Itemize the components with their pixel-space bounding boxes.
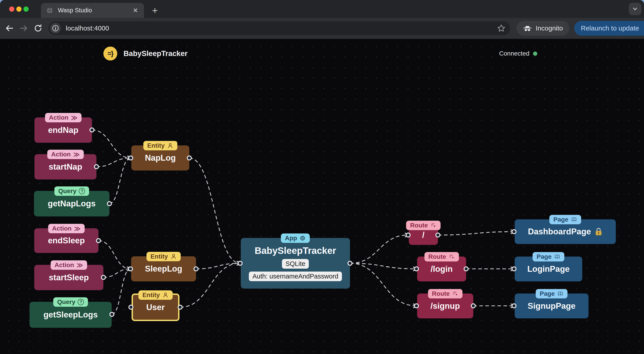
node-endNap[interactable]: Action≫ endNap bbox=[34, 117, 92, 143]
back-arrow-icon bbox=[5, 24, 14, 33]
node-label: startSleep bbox=[49, 273, 89, 282]
relaunch-to-update-button[interactable]: Relaunch to update bbox=[574, 21, 644, 36]
site-info-button[interactable] bbox=[50, 23, 61, 34]
node-app-BabySleepTracker[interactable]: App BabySleepTracker SQLite Auth: userna… bbox=[241, 238, 350, 289]
badge-label: Route bbox=[432, 290, 450, 297]
action-chevrons-icon: ≫ bbox=[74, 225, 80, 232]
port-User-in[interactable] bbox=[128, 305, 133, 310]
port-route-root-in[interactable] bbox=[406, 233, 410, 238]
node-label: DashboardPage bbox=[528, 227, 602, 236]
maximize-window-traffic-light[interactable] bbox=[24, 7, 29, 12]
node-User[interactable]: Entity User bbox=[132, 293, 180, 321]
node-LoginPage[interactable]: Page LoginPage bbox=[515, 257, 582, 281]
badge-label: Page bbox=[553, 216, 568, 223]
minimize-window-traffic-light[interactable] bbox=[16, 7, 22, 12]
close-window-traffic-light[interactable] bbox=[9, 7, 14, 12]
url-bar[interactable]: localhost:4000 bbox=[48, 21, 510, 35]
tab-search-chevron-button[interactable] bbox=[629, 3, 641, 15]
app-badge: App bbox=[281, 234, 310, 243]
wasp-studio-canvas[interactable]: =} BabySleepTracker Connected bbox=[0, 39, 644, 354]
port-app-in[interactable] bbox=[238, 261, 242, 266]
badge-label: Entity bbox=[147, 142, 165, 149]
port-endSleep-out[interactable] bbox=[96, 238, 101, 243]
port-LoginPage-in[interactable] bbox=[512, 266, 516, 271]
port-getNapLogs-out[interactable] bbox=[107, 201, 112, 206]
edge-startSleep-SleepLog bbox=[104, 269, 130, 277]
node-label: startNap bbox=[48, 162, 82, 172]
node-label: User bbox=[146, 303, 165, 312]
node-SignupPage[interactable]: Page SignupPage bbox=[515, 293, 588, 318]
reload-button[interactable] bbox=[31, 21, 45, 35]
port-endNap-out[interactable] bbox=[90, 127, 94, 132]
page-badge: Page bbox=[536, 289, 568, 298]
badge-label: Action bbox=[51, 151, 71, 158]
action-chevrons-icon: ≫ bbox=[71, 114, 78, 121]
edge-App-RouteSignup bbox=[350, 263, 416, 306]
forward-button[interactable] bbox=[16, 21, 31, 35]
badge-label: Action bbox=[52, 225, 72, 232]
port-route-signup-in[interactable] bbox=[414, 303, 419, 308]
port-DashboardPage-in[interactable] bbox=[512, 229, 516, 234]
port-NapLog-out[interactable] bbox=[187, 155, 192, 160]
port-app-out[interactable] bbox=[348, 261, 352, 266]
query-badge: Query? bbox=[53, 297, 88, 307]
reload-icon bbox=[34, 24, 42, 33]
close-tab-icon[interactable]: ✕ bbox=[132, 7, 139, 14]
port-NapLog-in[interactable] bbox=[128, 155, 133, 160]
new-tab-button[interactable]: + bbox=[148, 4, 161, 17]
action-badge: Action≫ bbox=[50, 260, 87, 270]
back-button[interactable] bbox=[2, 21, 16, 35]
node-getNapLogs[interactable]: Query? getNapLogs bbox=[34, 191, 110, 217]
badge-label: Page bbox=[540, 290, 555, 297]
node-label: SignupPage bbox=[528, 301, 576, 311]
node-getSleepLogs[interactable]: Query? getSleepLogs bbox=[30, 302, 112, 328]
edge-App-RouteRoot bbox=[350, 235, 408, 263]
node-route-root[interactable]: Route / bbox=[409, 225, 438, 245]
incognito-label: Incognito bbox=[536, 25, 563, 32]
node-SleepLog[interactable]: Entity SleepLog bbox=[131, 256, 196, 281]
port-startNap-out[interactable] bbox=[94, 164, 99, 169]
url-text: localhost:4000 bbox=[66, 25, 497, 32]
open-book-icon bbox=[554, 254, 560, 260]
port-route-login-in[interactable] bbox=[414, 266, 419, 271]
entity-badge: Entity bbox=[138, 290, 173, 300]
node-endSleep[interactable]: Action≫ endSleep bbox=[34, 228, 98, 253]
action-chevrons-icon: ≫ bbox=[76, 261, 83, 269]
action-badge: Action≫ bbox=[45, 113, 82, 122]
connection-status-label: Connected bbox=[499, 50, 530, 57]
port-SleepLog-out[interactable] bbox=[194, 266, 198, 271]
question-mark-icon: ? bbox=[79, 188, 85, 194]
node-startNap[interactable]: Action≫ startNap bbox=[34, 154, 96, 180]
port-getSleepLogs-out[interactable] bbox=[110, 312, 114, 317]
chip-icon bbox=[300, 235, 306, 241]
open-book-icon bbox=[557, 291, 564, 297]
port-SleepLog-in[interactable] bbox=[128, 266, 133, 271]
port-SignupPage-in[interactable] bbox=[512, 303, 516, 308]
lock-icon bbox=[594, 227, 602, 236]
port-User-out[interactable] bbox=[178, 305, 182, 310]
node-NapLog[interactable]: Entity NapLog bbox=[131, 145, 189, 170]
node-DashboardPage[interactable]: Page DashboardPage bbox=[515, 219, 616, 244]
port-route-root-out[interactable] bbox=[436, 233, 440, 238]
chevron-down-icon bbox=[632, 6, 638, 12]
node-route-signup[interactable]: Route /signup bbox=[417, 293, 473, 318]
person-icon bbox=[167, 142, 174, 149]
tab-title: Wasp Studio bbox=[58, 7, 132, 14]
action-chevrons-icon: ≫ bbox=[73, 151, 80, 158]
globe-favicon bbox=[46, 7, 54, 14]
node-startSleep[interactable]: Action≫ startSleep bbox=[34, 265, 104, 290]
screen: Wasp Studio ✕ + localhost:4 bbox=[0, 0, 644, 354]
cursor-click-icon bbox=[452, 291, 458, 297]
cursor-click-icon bbox=[449, 254, 455, 260]
studio-header: =} BabySleepTracker Connected bbox=[0, 39, 644, 66]
node-route-login[interactable]: Route /login bbox=[417, 257, 466, 281]
port-route-signup-out[interactable] bbox=[471, 303, 476, 308]
badge-label: App bbox=[285, 235, 297, 242]
port-route-login-out[interactable] bbox=[464, 266, 468, 271]
badge-label: Query bbox=[57, 298, 76, 306]
browser-tab[interactable]: Wasp Studio ✕ bbox=[41, 3, 144, 18]
port-startSleep-out[interactable] bbox=[101, 275, 106, 280]
node-label: endSleep bbox=[48, 236, 85, 245]
info-icon bbox=[52, 25, 59, 32]
bookmark-star-icon[interactable] bbox=[497, 24, 506, 33]
